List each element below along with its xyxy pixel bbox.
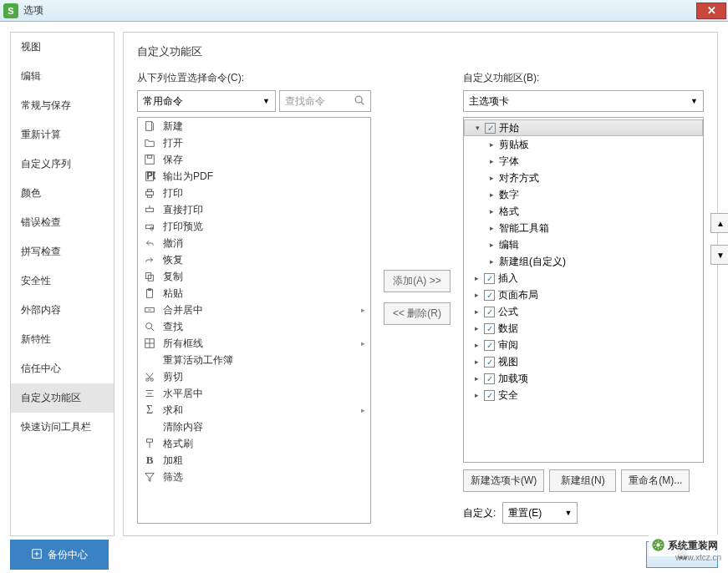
command-item[interactable]: 打开	[138, 134, 370, 151]
tree-item[interactable]: ▸智能工具箱	[464, 220, 703, 236]
sidebar-item[interactable]: 自定义功能区	[11, 383, 114, 413]
expander-icon[interactable]: ▸	[487, 190, 496, 199]
command-item[interactable]: 新建	[138, 118, 370, 134]
expander-icon[interactable]: ▸	[472, 324, 481, 332]
tree-item[interactable]: ▸✓页面布局	[464, 286, 703, 303]
sidebar-item[interactable]: 错误检查	[11, 208, 114, 237]
checkbox[interactable]: ✓	[484, 357, 495, 368]
expander-icon[interactable]: ▸	[487, 157, 496, 165]
command-item[interactable]: 水平居中	[138, 385, 370, 402]
command-item[interactable]: 重算活动工作簿	[138, 352, 370, 368]
reset-combo[interactable]: 重置(E) ▼	[502, 502, 578, 524]
checkbox[interactable]: ✓	[484, 290, 495, 301]
sidebar-item[interactable]: 颜色	[11, 179, 114, 208]
rename-button[interactable]: 重命名(M)...	[621, 469, 690, 492]
command-item[interactable]: 粘贴	[138, 285, 370, 302]
tree-item[interactable]: ▸✓插入	[464, 270, 703, 286]
expander-icon[interactable]: ▸	[472, 291, 481, 299]
sidebar-item[interactable]: 信任中心	[11, 354, 114, 383]
move-down-button[interactable]: ▼	[710, 245, 728, 265]
tree-item-label: 公式	[498, 305, 518, 319]
command-label: 合并居中	[163, 303, 354, 317]
command-item[interactable]: 保存	[138, 151, 370, 168]
tree-item[interactable]: ▸编辑	[464, 236, 703, 253]
tree-item[interactable]: ▸剪贴板	[464, 136, 703, 153]
command-item[interactable]: 所有框线▸	[138, 335, 370, 352]
search-input[interactable]: 查找命令	[279, 90, 371, 112]
sidebar-item[interactable]: 安全性	[11, 266, 114, 296]
tree-item[interactable]: ▸数字	[464, 186, 703, 203]
command-item[interactable]: 打印	[138, 185, 370, 201]
sidebar-item[interactable]: 编辑	[11, 62, 114, 91]
sidebar-item[interactable]: 新特性	[11, 325, 114, 354]
tree-item[interactable]: ▸新建组(自定义)	[464, 253, 703, 270]
ribbon-tree[interactable]: ▾✓开始▸剪贴板▸字体▸对齐方式▸数字▸格式▸智能工具箱▸编辑▸新建组(自定义)…	[463, 117, 704, 463]
tree-item[interactable]: ▸格式	[464, 203, 703, 220]
sidebar-item[interactable]: 常规与保存	[11, 91, 114, 120]
command-item[interactable]: 合并居中▸	[138, 302, 370, 318]
tree-item[interactable]: ▸✓审阅	[464, 337, 703, 353]
expander-icon[interactable]: ▸	[487, 207, 496, 216]
checkbox[interactable]: ✓	[484, 323, 495, 334]
expander-icon[interactable]: ▸	[487, 140, 496, 149]
expander-icon[interactable]: ▸	[472, 357, 481, 366]
expander-icon[interactable]: ▸	[487, 241, 496, 249]
dest-combo[interactable]: 主选项卡 ▼	[463, 90, 704, 112]
file-new-icon	[143, 119, 156, 133]
command-item[interactable]: PDF输出为PDF	[138, 168, 370, 185]
checkbox[interactable]: ✓	[484, 390, 495, 401]
sidebar-item[interactable]: 自定义序列	[11, 150, 114, 179]
tree-item[interactable]: ▸✓公式	[464, 303, 703, 320]
expander-icon[interactable]: ▸	[472, 391, 481, 399]
command-item[interactable]: 复制	[138, 268, 370, 285]
expander-icon[interactable]: ▸	[487, 257, 496, 266]
tree-item[interactable]: ▸字体	[464, 153, 703, 170]
new-group-button[interactable]: 新建组(N)	[549, 469, 616, 492]
add-button[interactable]: 添加(A) >>	[384, 270, 451, 292]
expander-icon[interactable]: ▸	[472, 374, 481, 383]
checkbox[interactable]: ✓	[485, 123, 496, 134]
sidebar-item[interactable]: 快速访问工具栏	[11, 413, 114, 442]
expander-icon[interactable]: ▸	[472, 274, 481, 282]
backup-center-button[interactable]: 备份中心	[10, 540, 109, 570]
checkbox[interactable]: ✓	[484, 307, 495, 317]
commands-list[interactable]: 新建打开保存PDF输出为PDF打印直接打印打印预览撤消恢复复制粘贴合并居中▸查找…	[137, 117, 371, 524]
close-button[interactable]: ✕	[696, 3, 726, 19]
expander-icon[interactable]: ▸	[487, 224, 496, 232]
tree-item[interactable]: ▸✓数据	[464, 320, 703, 337]
new-tab-button[interactable]: 新建选项卡(W)	[463, 469, 544, 492]
command-item[interactable]: 筛选	[138, 469, 370, 485]
remove-button[interactable]: << 删除(R)	[384, 302, 451, 325]
command-item[interactable]: B加粗	[138, 452, 370, 469]
reset-combo-value: 重置(E)	[508, 506, 542, 520]
expander-icon[interactable]: ▸	[472, 341, 481, 349]
checkbox[interactable]: ✓	[484, 273, 495, 284]
source-combo[interactable]: 常用命令 ▼	[137, 90, 276, 112]
expander-icon[interactable]: ▸	[487, 174, 496, 182]
checkbox[interactable]: ✓	[484, 373, 495, 384]
command-item[interactable]: 清除内容	[138, 418, 370, 435]
expander-icon[interactable]: ▾	[473, 124, 481, 132]
command-item[interactable]: 剪切	[138, 368, 370, 385]
tree-item[interactable]: ▸✓加载项	[464, 370, 703, 387]
tree-item-label: 安全	[498, 388, 518, 403]
sidebar-item[interactable]: 拼写检查	[11, 237, 114, 266]
expander-icon[interactable]: ▸	[472, 307, 481, 316]
sidebar-item[interactable]: 重新计算	[11, 120, 114, 150]
search-icon	[143, 320, 156, 333]
command-item[interactable]: 直接打印	[138, 201, 370, 218]
tree-item[interactable]: ▸✓视图	[464, 353, 703, 370]
tree-item[interactable]: ▸✓安全	[464, 387, 703, 403]
command-item[interactable]: 格式刷	[138, 435, 370, 452]
move-up-button[interactable]: ▲	[710, 213, 728, 233]
checkbox[interactable]: ✓	[484, 340, 495, 351]
command-item[interactable]: 打印预览	[138, 218, 370, 235]
sidebar-item[interactable]: 视图	[11, 33, 114, 62]
tree-item[interactable]: ▸对齐方式	[464, 170, 703, 186]
sidebar-item[interactable]: 外部内容	[11, 296, 114, 325]
command-item[interactable]: 恢复	[138, 251, 370, 268]
tree-item[interactable]: ▾✓开始	[464, 119, 703, 136]
command-item[interactable]: 查找	[138, 318, 370, 335]
command-item[interactable]: Σ求和▸	[138, 402, 370, 418]
command-item[interactable]: 撤消	[138, 235, 370, 251]
